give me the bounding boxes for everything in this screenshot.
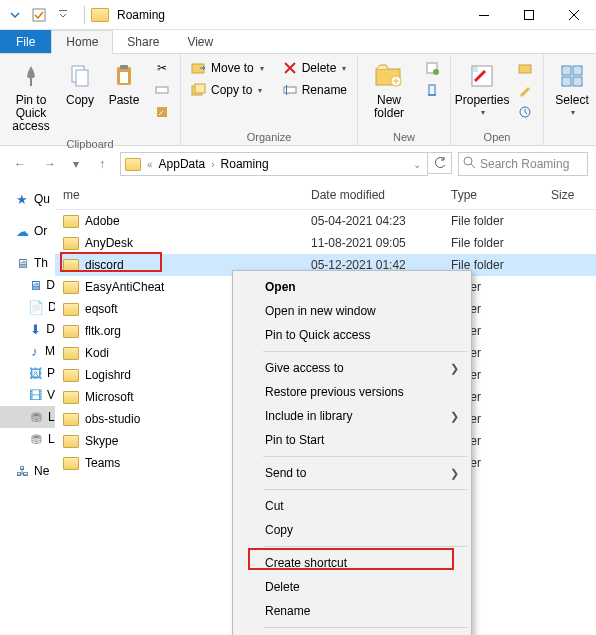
ctx-open-new-window[interactable]: Open in new window — [235, 299, 469, 323]
folder-icon — [63, 413, 79, 426]
ctx-label: Restore previous versions — [265, 385, 404, 399]
file-name: Microsoft — [85, 390, 134, 404]
network-icon: 🖧 — [14, 463, 30, 479]
ctx-send-to[interactable]: Send to❯ — [235, 461, 469, 485]
ctx-cut[interactable]: Cut — [235, 494, 469, 518]
move-to-button[interactable]: Move to▾ — [187, 58, 268, 78]
group-open: Properties ▾ Open — [451, 54, 544, 145]
nav-desktop[interactable]: 🖥D — [0, 274, 55, 296]
minimize-button[interactable] — [461, 0, 506, 29]
group-new: New folder New — [358, 54, 451, 145]
cut-button[interactable]: ✂ — [150, 58, 174, 78]
videos-icon: 🎞 — [28, 387, 43, 403]
svg-rect-29 — [573, 77, 582, 86]
properties-button[interactable]: Properties ▾ — [457, 58, 507, 120]
properties-checkbox-icon[interactable] — [30, 6, 48, 24]
table-row[interactable]: AnyDesk11-08-2021 09:05File folder — [55, 232, 596, 254]
address-bar[interactable]: « AppData › Roaming ⌄ — [120, 152, 428, 176]
open-button[interactable] — [513, 58, 537, 78]
pin-label: Pin to Quick access — [8, 94, 54, 134]
copy-button[interactable]: Copy — [60, 58, 100, 109]
move-to-label: Move to — [211, 61, 254, 75]
col-type[interactable]: Type — [443, 182, 543, 209]
copy-path-button[interactable] — [150, 80, 174, 100]
ctx-restore-previous[interactable]: Restore previous versions — [235, 380, 469, 404]
address-dropdown-icon[interactable]: ⌄ — [413, 159, 421, 170]
disk-icon: ⛃ — [28, 431, 44, 447]
navigation-pane[interactable]: ★Qu ☁Or 🖥Th 🖥D 📄D ⬇D ♪M 🖼P 🎞V ⛃L ⛃L 🖧Ne — [0, 182, 55, 635]
col-size[interactable]: Size — [543, 182, 596, 209]
nav-network[interactable]: 🖧Ne — [0, 460, 55, 482]
breadcrumb-roaming[interactable]: Roaming — [221, 157, 269, 171]
group-select: Select ▾ — [544, 54, 596, 145]
file-name: eqsoft — [85, 302, 118, 316]
tab-file[interactable]: File — [0, 30, 51, 53]
folder-icon — [63, 435, 79, 448]
file-name: Adobe — [85, 214, 120, 228]
recent-locations-button[interactable]: ▾ — [68, 152, 84, 176]
nav-local-disk[interactable]: ⛃L — [0, 406, 55, 428]
ctx-delete[interactable]: Delete — [235, 575, 469, 599]
ctx-pin-quick-access[interactable]: Pin to Quick access — [235, 323, 469, 347]
ctx-create-shortcut[interactable]: Create shortcut — [235, 551, 469, 575]
nav-down-icon[interactable] — [6, 6, 24, 24]
svg-rect-15 — [284, 87, 296, 93]
up-button[interactable]: ↑ — [90, 152, 114, 176]
file-name: Logishrd — [85, 368, 131, 382]
refresh-button[interactable] — [428, 152, 452, 174]
file-name: Teams — [85, 456, 120, 470]
table-row[interactable]: Adobe05-04-2021 04:23File folder — [55, 210, 596, 232]
svg-rect-9 — [120, 72, 128, 83]
col-name[interactable]: me — [55, 182, 303, 209]
maximize-button[interactable] — [506, 0, 551, 29]
delete-button[interactable]: Delete▾ — [278, 58, 351, 78]
ctx-separator — [263, 546, 467, 547]
chevron-right-icon[interactable]: › — [211, 159, 214, 170]
new-item-icon — [424, 60, 440, 76]
title-divider — [84, 6, 85, 24]
back-button[interactable]: ← — [8, 152, 32, 176]
rename-button[interactable]: Rename — [278, 80, 351, 100]
group-clipboard: Pin to Quick access Copy Paste ✂ Clipboa… — [0, 54, 181, 145]
nav-videos[interactable]: 🎞V — [0, 384, 55, 406]
breadcrumb-appdata[interactable]: AppData — [159, 157, 206, 171]
copy-to-button[interactable]: Copy to▾ — [187, 80, 268, 100]
ctx-include-library[interactable]: Include in library❯ — [235, 404, 469, 428]
nav-local-disk-2[interactable]: ⛃L — [0, 428, 55, 450]
ctx-copy[interactable]: Copy — [235, 518, 469, 542]
history-button[interactable] — [513, 102, 537, 122]
ctx-label: Pin to Start — [265, 433, 324, 447]
ctx-pin-start[interactable]: Pin to Start — [235, 428, 469, 452]
search-input[interactable]: Search Roaming — [458, 152, 588, 176]
close-button[interactable] — [551, 0, 596, 29]
nav-onedrive[interactable]: ☁Or — [0, 220, 55, 242]
select-button[interactable]: Select ▾ — [550, 58, 594, 120]
nav-music[interactable]: ♪M — [0, 340, 55, 362]
tab-view[interactable]: View — [173, 30, 227, 53]
pin-quick-access-button[interactable]: Pin to Quick access — [6, 58, 56, 136]
history-icon — [517, 104, 533, 120]
forward-button[interactable]: → — [38, 152, 62, 176]
paste-button[interactable]: Paste — [104, 58, 144, 109]
nav-downloads[interactable]: ⬇D — [0, 318, 55, 340]
folder-icon — [63, 259, 79, 272]
new-item-button[interactable] — [420, 58, 444, 78]
easy-access-button[interactable] — [420, 80, 444, 100]
nav-label: P — [47, 366, 55, 380]
nav-quick-access[interactable]: ★Qu — [0, 188, 55, 210]
ctx-open[interactable]: Open — [235, 275, 469, 299]
paste-shortcut-button[interactable] — [150, 102, 174, 122]
breadcrumb-label: Roaming — [221, 157, 269, 171]
nav-pictures[interactable]: 🖼P — [0, 362, 55, 384]
tab-share[interactable]: Share — [113, 30, 173, 53]
col-date[interactable]: Date modified — [303, 182, 443, 209]
tab-home[interactable]: Home — [51, 30, 113, 54]
chevron-down-icon: ▾ — [571, 109, 575, 118]
qat-dropdown-icon[interactable] — [54, 6, 72, 24]
nav-documents[interactable]: 📄D — [0, 296, 55, 318]
edit-button[interactable] — [513, 80, 537, 100]
new-folder-button[interactable]: New folder — [364, 58, 414, 122]
ctx-give-access-to[interactable]: Give access to❯ — [235, 356, 469, 380]
nav-this-pc[interactable]: 🖥Th — [0, 252, 55, 274]
ctx-rename[interactable]: Rename — [235, 599, 469, 623]
